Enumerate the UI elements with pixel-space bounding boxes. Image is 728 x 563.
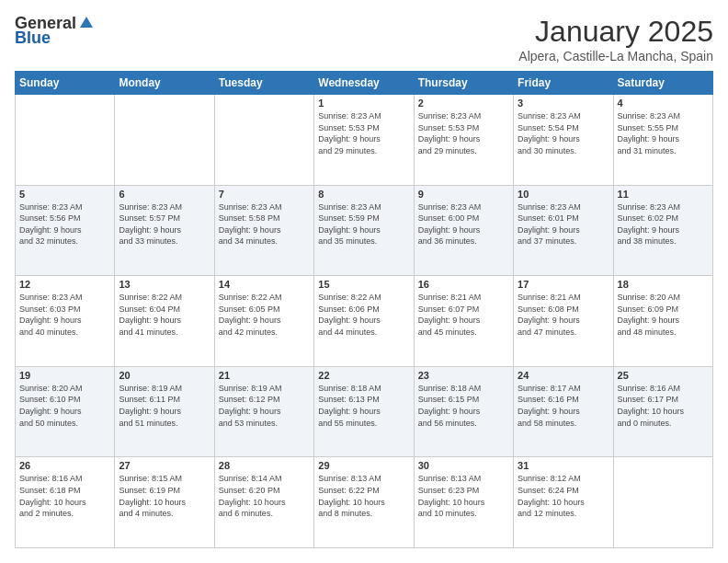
cell-content: Sunrise: 8:13 AMSunset: 6:22 PMDaylight:… bbox=[318, 473, 409, 519]
calendar-cell: 30Sunrise: 8:13 AMSunset: 6:23 PMDayligh… bbox=[414, 457, 513, 548]
calendar-cell: 14Sunrise: 8:22 AMSunset: 6:05 PMDayligh… bbox=[214, 276, 313, 367]
calendar-cell: 17Sunrise: 8:21 AMSunset: 6:08 PMDayligh… bbox=[514, 276, 613, 367]
cell-content: Sunrise: 8:22 AMSunset: 6:04 PMDaylight:… bbox=[119, 292, 210, 338]
calendar-cell: 25Sunrise: 8:16 AMSunset: 6:17 PMDayligh… bbox=[613, 366, 712, 457]
day-number: 27 bbox=[119, 460, 210, 471]
calendar-cell: 12Sunrise: 8:23 AMSunset: 6:03 PMDayligh… bbox=[16, 276, 115, 367]
day-number: 14 bbox=[219, 279, 310, 290]
cell-content: Sunrise: 8:21 AMSunset: 6:08 PMDaylight:… bbox=[518, 292, 609, 338]
col-sunday: Sunday bbox=[16, 72, 115, 95]
cell-content: Sunrise: 8:23 AMSunset: 6:00 PMDaylight:… bbox=[418, 201, 509, 247]
cell-content: Sunrise: 8:19 AMSunset: 6:11 PMDaylight:… bbox=[119, 383, 210, 429]
calendar-cell: 5Sunrise: 8:23 AMSunset: 5:56 PMDaylight… bbox=[16, 185, 115, 276]
calendar-cell: 6Sunrise: 8:23 AMSunset: 5:57 PMDaylight… bbox=[115, 185, 214, 276]
cell-content: Sunrise: 8:18 AMSunset: 6:13 PMDaylight:… bbox=[318, 383, 409, 429]
day-number: 3 bbox=[518, 98, 609, 109]
calendar-cell: 24Sunrise: 8:17 AMSunset: 6:16 PMDayligh… bbox=[514, 366, 613, 457]
calendar-cell: 21Sunrise: 8:19 AMSunset: 6:12 PMDayligh… bbox=[214, 366, 313, 457]
calendar-cell: 13Sunrise: 8:22 AMSunset: 6:04 PMDayligh… bbox=[115, 276, 214, 367]
day-number: 23 bbox=[418, 370, 509, 381]
logo-icon bbox=[78, 15, 95, 31]
day-number: 26 bbox=[19, 460, 110, 471]
calendar-cell: 3Sunrise: 8:23 AMSunset: 5:54 PMDaylight… bbox=[514, 95, 613, 186]
day-number: 30 bbox=[418, 460, 509, 471]
day-number: 15 bbox=[318, 279, 409, 290]
day-number: 24 bbox=[518, 370, 609, 381]
cell-content: Sunrise: 8:20 AMSunset: 6:09 PMDaylight:… bbox=[618, 292, 709, 338]
cell-content: Sunrise: 8:14 AMSunset: 6:20 PMDaylight:… bbox=[219, 473, 310, 519]
calendar-cell: 16Sunrise: 8:21 AMSunset: 6:07 PMDayligh… bbox=[414, 276, 513, 367]
cell-content: Sunrise: 8:21 AMSunset: 6:07 PMDaylight:… bbox=[418, 292, 509, 338]
calendar-cell: 15Sunrise: 8:22 AMSunset: 6:06 PMDayligh… bbox=[314, 276, 414, 367]
title-block: January 2025 Alpera, Castille-La Mancha,… bbox=[518, 15, 713, 63]
calendar-cell bbox=[214, 95, 313, 186]
calendar-week-2: 12Sunrise: 8:23 AMSunset: 6:03 PMDayligh… bbox=[16, 276, 713, 367]
col-monday: Monday bbox=[115, 72, 214, 95]
cell-content: Sunrise: 8:23 AMSunset: 6:02 PMDaylight:… bbox=[618, 201, 709, 247]
calendar-cell: 29Sunrise: 8:13 AMSunset: 6:22 PMDayligh… bbox=[314, 457, 414, 548]
cell-content: Sunrise: 8:22 AMSunset: 6:06 PMDaylight:… bbox=[318, 292, 409, 338]
cell-content: Sunrise: 8:23 AMSunset: 5:56 PMDaylight:… bbox=[19, 201, 110, 247]
calendar-cell: 31Sunrise: 8:12 AMSunset: 6:24 PMDayligh… bbox=[514, 457, 613, 548]
day-number: 9 bbox=[418, 189, 509, 200]
calendar-table: Sunday Monday Tuesday Wednesday Thursday… bbox=[15, 71, 713, 548]
calendar-week-0: 1Sunrise: 8:23 AMSunset: 5:53 PMDaylight… bbox=[16, 95, 713, 186]
calendar-cell: 27Sunrise: 8:15 AMSunset: 6:19 PMDayligh… bbox=[115, 457, 214, 548]
cell-content: Sunrise: 8:23 AMSunset: 5:58 PMDaylight:… bbox=[219, 201, 310, 247]
calendar-cell bbox=[16, 95, 115, 186]
svg-marker-0 bbox=[80, 17, 93, 28]
cell-content: Sunrise: 8:23 AMSunset: 6:03 PMDaylight:… bbox=[19, 292, 110, 338]
calendar-header-row: Sunday Monday Tuesday Wednesday Thursday… bbox=[16, 72, 713, 95]
cell-content: Sunrise: 8:12 AMSunset: 6:24 PMDaylight:… bbox=[518, 473, 609, 519]
day-number: 17 bbox=[518, 279, 609, 290]
cell-content: Sunrise: 8:20 AMSunset: 6:10 PMDaylight:… bbox=[19, 383, 110, 429]
cell-content: Sunrise: 8:13 AMSunset: 6:23 PMDaylight:… bbox=[418, 473, 509, 519]
calendar-cell: 2Sunrise: 8:23 AMSunset: 5:53 PMDaylight… bbox=[414, 95, 513, 186]
calendar-cell: 9Sunrise: 8:23 AMSunset: 6:00 PMDaylight… bbox=[414, 185, 513, 276]
day-number: 13 bbox=[119, 279, 210, 290]
day-number: 8 bbox=[318, 189, 409, 200]
day-number: 19 bbox=[19, 370, 110, 381]
calendar-cell bbox=[613, 457, 712, 548]
day-number: 5 bbox=[19, 189, 110, 200]
day-number: 4 bbox=[618, 98, 709, 109]
cell-content: Sunrise: 8:18 AMSunset: 6:15 PMDaylight:… bbox=[418, 383, 509, 429]
day-number: 12 bbox=[19, 279, 110, 290]
col-thursday: Thursday bbox=[414, 72, 513, 95]
page: General Blue January 2025 Alpera, Castil… bbox=[0, 0, 728, 563]
day-number: 16 bbox=[418, 279, 509, 290]
cell-content: Sunrise: 8:23 AMSunset: 5:54 PMDaylight:… bbox=[518, 110, 609, 156]
cell-content: Sunrise: 8:23 AMSunset: 5:57 PMDaylight:… bbox=[119, 201, 210, 247]
cell-content: Sunrise: 8:23 AMSunset: 6:01 PMDaylight:… bbox=[518, 201, 609, 247]
calendar-cell: 20Sunrise: 8:19 AMSunset: 6:11 PMDayligh… bbox=[115, 366, 214, 457]
calendar-cell: 10Sunrise: 8:23 AMSunset: 6:01 PMDayligh… bbox=[514, 185, 613, 276]
day-number: 6 bbox=[119, 189, 210, 200]
logo-blue: Blue bbox=[15, 29, 51, 48]
day-number: 1 bbox=[318, 98, 409, 109]
day-number: 31 bbox=[518, 460, 609, 471]
calendar-cell: 11Sunrise: 8:23 AMSunset: 6:02 PMDayligh… bbox=[613, 185, 712, 276]
calendar-cell: 1Sunrise: 8:23 AMSunset: 5:53 PMDaylight… bbox=[314, 95, 414, 186]
cell-content: Sunrise: 8:17 AMSunset: 6:16 PMDaylight:… bbox=[518, 383, 609, 429]
calendar-cell: 8Sunrise: 8:23 AMSunset: 5:59 PMDaylight… bbox=[314, 185, 414, 276]
calendar-cell: 7Sunrise: 8:23 AMSunset: 5:58 PMDaylight… bbox=[214, 185, 313, 276]
header: General Blue January 2025 Alpera, Castil… bbox=[15, 15, 713, 63]
col-tuesday: Tuesday bbox=[214, 72, 313, 95]
cell-content: Sunrise: 8:23 AMSunset: 5:53 PMDaylight:… bbox=[318, 110, 409, 156]
day-number: 2 bbox=[418, 98, 509, 109]
cell-content: Sunrise: 8:15 AMSunset: 6:19 PMDaylight:… bbox=[119, 473, 210, 519]
cell-content: Sunrise: 8:22 AMSunset: 6:05 PMDaylight:… bbox=[219, 292, 310, 338]
day-number: 28 bbox=[219, 460, 310, 471]
calendar-week-1: 5Sunrise: 8:23 AMSunset: 5:56 PMDaylight… bbox=[16, 185, 713, 276]
calendar-cell: 4Sunrise: 8:23 AMSunset: 5:55 PMDaylight… bbox=[613, 95, 712, 186]
col-wednesday: Wednesday bbox=[314, 72, 414, 95]
cell-content: Sunrise: 8:23 AMSunset: 5:55 PMDaylight:… bbox=[618, 110, 709, 156]
day-number: 25 bbox=[618, 370, 709, 381]
cell-content: Sunrise: 8:19 AMSunset: 6:12 PMDaylight:… bbox=[219, 383, 310, 429]
col-friday: Friday bbox=[514, 72, 613, 95]
logo: General Blue bbox=[15, 15, 95, 48]
calendar-cell bbox=[115, 95, 214, 186]
calendar-week-4: 26Sunrise: 8:16 AMSunset: 6:18 PMDayligh… bbox=[16, 457, 713, 548]
day-number: 11 bbox=[618, 189, 709, 200]
calendar-cell: 26Sunrise: 8:16 AMSunset: 6:18 PMDayligh… bbox=[16, 457, 115, 548]
